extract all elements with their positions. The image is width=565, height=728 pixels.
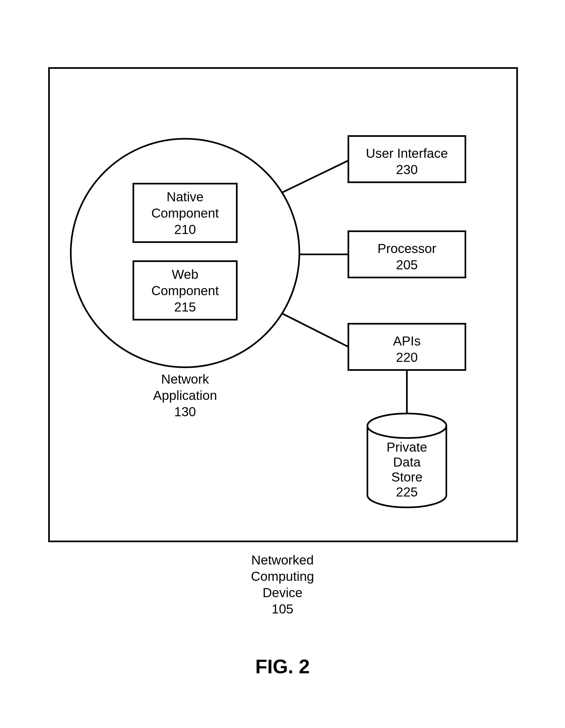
user-interface-num: 230 — [396, 162, 418, 177]
user-interface-label: User Interface — [366, 146, 448, 161]
device-label3: Device — [262, 585, 303, 600]
network-application-num: 130 — [174, 405, 196, 419]
data-store-num: 225 — [396, 485, 418, 499]
connector-circle-apis — [282, 313, 348, 347]
apis-label: APIs — [393, 334, 421, 348]
web-component-num: 215 — [174, 300, 196, 314]
device-label1: Networked — [251, 553, 314, 567]
data-store-label1: Private — [387, 440, 427, 454]
data-store-label2: Data — [393, 455, 421, 469]
data-store-label3: Store — [391, 470, 423, 484]
apis-num: 220 — [396, 350, 418, 365]
diagram-canvas: Native Component 210 Web Component 215 N… — [0, 0, 565, 728]
network-application-circle — [71, 139, 300, 367]
processor-label: Processor — [378, 241, 436, 256]
network-application-label2: Application — [153, 388, 217, 403]
processor-num: 205 — [396, 258, 418, 272]
native-component-label1: Native — [166, 190, 203, 204]
network-application-label1: Network — [161, 372, 209, 386]
web-component-label1: Web — [172, 267, 198, 282]
figure-label: FIG. 2 — [255, 656, 310, 677]
device-num: 105 — [271, 602, 294, 616]
web-component-label2: Component — [151, 283, 219, 298]
native-component-num: 210 — [174, 222, 196, 237]
connector-circle-ui — [282, 161, 348, 193]
svg-point-0 — [368, 414, 446, 438]
device-label2: Computing — [251, 569, 314, 584]
native-component-label2: Component — [151, 206, 219, 220]
